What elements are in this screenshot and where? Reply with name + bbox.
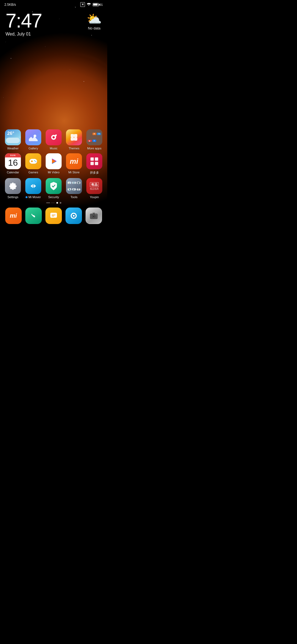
weather-widget: ⛅ No data: [87, 13, 102, 30]
app-mivideo[interactable]: Mi Video: [45, 153, 63, 175]
svg-point-13: [35, 161, 36, 162]
dock: mi: [0, 205, 107, 230]
weather-nodata: No data: [87, 26, 102, 30]
calendar-app-label: Calendar: [4, 171, 22, 174]
mimover-label-container: Mi Mover: [24, 195, 42, 199]
wifi-icon: [87, 2, 91, 7]
date-display: Wed, July 01: [6, 32, 42, 37]
mivideo-app-icon: [46, 153, 62, 169]
mistore-app-icon: mi: [66, 153, 82, 169]
music-app-icon: [46, 129, 62, 145]
page-dot-active: [56, 202, 58, 204]
page-indicator: [0, 200, 107, 205]
app-security[interactable]: Security: [45, 178, 63, 199]
pinduoduo-app-label: 拼多多: [85, 171, 103, 175]
status-bar: 2.5KB/s ✕ 91: [0, 0, 107, 8]
app-pinduoduo[interactable]: 拼多多: [85, 153, 103, 175]
svg-rect-16: [90, 157, 94, 161]
svg-rect-19: [95, 162, 98, 165]
dock-messages[interactable]: [45, 208, 62, 224]
dock-camera[interactable]: [86, 208, 102, 224]
games-app-icon: [25, 153, 41, 169]
more-apps-label: More apps: [85, 147, 103, 150]
svg-point-0: [88, 5, 89, 6]
svg-rect-6: [71, 137, 74, 141]
svg-rect-17: [95, 157, 98, 161]
dock-bubble-icon: [65, 208, 82, 224]
clock-area: 7:47 Wed, July 01 ⛅ No data: [0, 8, 107, 37]
mimover-app-icon: [25, 178, 41, 194]
dock-phone[interactable]: [25, 208, 42, 224]
app-themes[interactable]: Themes: [65, 129, 83, 150]
page-line-1: [46, 203, 50, 203]
security-app-label: Security: [45, 195, 63, 199]
dock-camera-icon: [86, 208, 102, 224]
app-row-3: Settings Mi Mover: [0, 176, 107, 200]
themes-app-label: Themes: [65, 147, 83, 150]
svg-rect-7: [74, 137, 77, 141]
app-youpin[interactable]: 有品 精品电商 Youpin: [85, 178, 103, 199]
svg-rect-18: [90, 162, 94, 165]
weather-app-label: Weather: [4, 147, 22, 150]
more-apps-icon: 微 淘 ▶ 支: [86, 129, 102, 145]
security-app-icon: [46, 178, 62, 194]
dock-bubble[interactable]: [65, 208, 82, 224]
themes-app-icon: [66, 129, 82, 145]
dock-phone-icon: [25, 208, 42, 224]
page-line-2: [51, 203, 55, 203]
app-grid: 26° Weather Gallery: [0, 37, 107, 232]
battery-level: 91: [100, 3, 103, 6]
youpin-app-label: Youpin: [85, 195, 103, 199]
app-mimover[interactable]: Mi Mover: [24, 178, 42, 199]
time-display: 7:47: [6, 11, 42, 31]
app-row-1: 26° Weather Gallery: [0, 128, 107, 152]
gallery-app-label: Gallery: [24, 147, 42, 150]
svg-rect-21: [52, 215, 56, 215]
svg-rect-4: [71, 134, 74, 137]
network-speed: 2.5KB/s: [4, 3, 16, 7]
x-icon: ✕: [80, 2, 85, 7]
svg-rect-22: [52, 216, 54, 216]
dock-mi-icon: mi: [5, 208, 22, 224]
app-settings[interactable]: Settings: [4, 178, 22, 199]
music-app-label: Music: [45, 147, 63, 150]
gallery-app-icon: [25, 129, 41, 145]
app-games[interactable]: Games: [24, 153, 42, 175]
app-mistore[interactable]: mi Mi Store: [65, 153, 83, 175]
app-row-2: SUN 16 Calendar Games: [0, 152, 107, 176]
mimover-app-label: Mi Mover: [28, 195, 41, 199]
app-calendar[interactable]: SUN 16 Calendar: [4, 153, 22, 175]
calendar-app-icon: SUN 16: [5, 153, 21, 169]
svg-rect-5: [74, 134, 77, 137]
youpin-app-icon: 有品 精品电商: [86, 178, 102, 194]
settings-app-icon: [5, 178, 21, 194]
games-app-label: Games: [24, 171, 42, 174]
svg-point-30: [96, 214, 97, 215]
weather-app-icon: 26°: [5, 129, 21, 145]
page-lines: [46, 203, 55, 203]
dock-mi-shop[interactable]: mi: [5, 208, 22, 224]
battery-icon: 91: [93, 3, 103, 6]
dock-messages-icon: [45, 208, 62, 224]
svg-point-29: [93, 216, 95, 217]
page-dot-2: [60, 202, 61, 204]
app-more[interactable]: 微 淘 ▶ 支 More apps: [85, 129, 103, 150]
svg-marker-14: [52, 159, 56, 164]
svg-point-3: [53, 136, 55, 138]
svg-point-12: [34, 160, 35, 161]
mistore-app-label: Mi Store: [65, 171, 83, 174]
tools-app-icon: 📊 🔢 📹 🔦 🔊 ⏱: [66, 178, 82, 194]
mimover-dot-badge: [26, 196, 28, 198]
settings-app-label: Settings: [4, 195, 22, 199]
svg-rect-11: [31, 160, 32, 162]
pinduoduo-app-icon: [86, 153, 102, 169]
calendar-day: 16: [8, 157, 18, 168]
weather-cloud-icon: ⛅: [87, 13, 102, 25]
app-gallery[interactable]: Gallery: [24, 129, 42, 150]
app-weather[interactable]: 26° Weather: [4, 129, 22, 150]
mivideo-app-label: Mi Video: [45, 171, 63, 174]
app-tools[interactable]: 📊 🔢 📹 🔦 🔊 ⏱ Tools: [65, 178, 83, 199]
svg-point-25: [73, 215, 75, 217]
app-music[interactable]: Music: [45, 129, 63, 150]
status-icons: ✕ 91: [80, 2, 103, 7]
